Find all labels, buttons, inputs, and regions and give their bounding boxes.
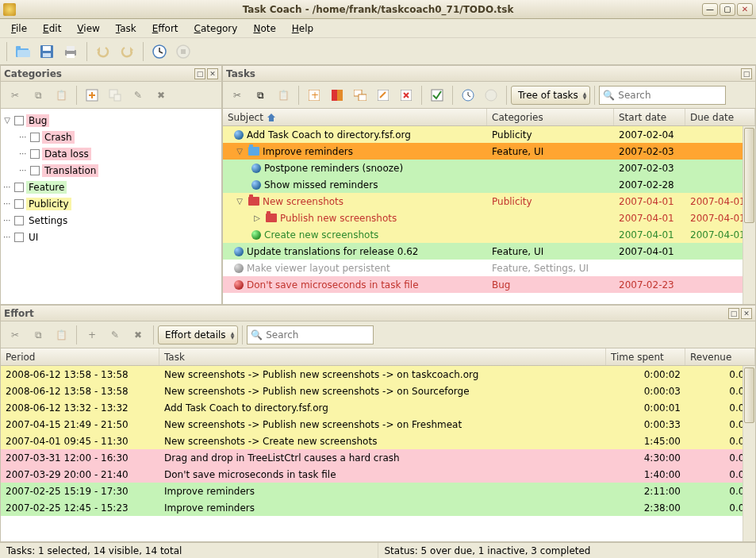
pane-max-icon[interactable]: □	[741, 68, 752, 79]
effort-row[interactable]: 2007-02-25 12:45 - 15:23Improve reminder…	[1, 499, 755, 516]
checkbox[interactable]	[14, 116, 24, 125]
new-subcategory-icon[interactable]	[104, 84, 126, 106]
effort-row[interactable]: 2007-04-01 09:45 - 11:30New screenshots …	[1, 433, 755, 449]
effort-row[interactable]: 2007-02-25 15:19 - 17:30Improve reminder…	[1, 483, 755, 499]
paste-icon[interactable]: 📋	[50, 84, 72, 106]
tasks-table[interactable]: Subject Categories Start date Due date A…	[223, 109, 755, 304]
copy-icon[interactable]: ⧉	[27, 84, 49, 106]
stop-clock-icon[interactable]	[172, 40, 194, 63]
undo-icon[interactable]	[92, 40, 114, 63]
effort-search[interactable]: 🔍	[247, 325, 374, 344]
new-effort-icon[interactable]: +	[81, 324, 103, 346]
delete-task-icon[interactable]	[395, 84, 417, 106]
col-time-spent[interactable]: Time spent	[606, 348, 685, 365]
menu-edit[interactable]: Edit	[36, 21, 67, 36]
effort-search-input[interactable]	[266, 329, 370, 341]
category-item[interactable]: ⋯Feature	[2, 179, 220, 195]
checkbox[interactable]	[14, 216, 24, 225]
category-item[interactable]: ⋯Data loss	[2, 145, 220, 162]
expand-icon[interactable]: ▽	[234, 197, 245, 206]
save-icon[interactable]	[36, 40, 58, 63]
checkbox[interactable]	[30, 133, 40, 142]
task-row[interactable]: Make viewer layout persistentFeature, Se…	[223, 260, 755, 276]
col-start-date[interactable]: Start date	[614, 109, 685, 125]
expand-icon[interactable]: ▽	[234, 147, 245, 156]
maximize-button[interactable]: ▢	[720, 3, 735, 16]
expand-icon[interactable]: ▽	[2, 116, 12, 125]
mark-complete-icon[interactable]	[426, 84, 448, 106]
effort-view-selector[interactable]: Effort details ▲▼	[158, 325, 238, 344]
redo-icon[interactable]	[116, 40, 138, 63]
clock-icon[interactable]	[148, 40, 171, 63]
menu-category[interactable]: Category	[188, 21, 244, 36]
paste-icon[interactable]: 📋	[272, 84, 294, 106]
task-row[interactable]: Don't save microseconds in task fileBug2…	[223, 276, 755, 293]
effort-row[interactable]: 2008-06-12 13:58 - 13:58New screenshots …	[1, 366, 755, 383]
task-row[interactable]: Show missed reminders2007-02-28	[223, 176, 755, 193]
effort-scrollbar[interactable]	[743, 366, 755, 541]
menu-task[interactable]: Task	[109, 21, 143, 36]
effort-row[interactable]: 2007-04-15 21:49 - 21:50New screenshots …	[1, 416, 755, 433]
effort-row[interactable]: 2008-06-12 13:58 - 13:58New screenshots …	[1, 383, 755, 399]
edit-icon[interactable]: ✎	[127, 84, 149, 106]
minimize-button[interactable]: —	[702, 3, 718, 16]
tasks-scrollbar[interactable]	[743, 126, 755, 304]
categories-tree[interactable]: ▽Bug⋯Crash⋯Data loss⋯Translation⋯Feature…	[1, 109, 221, 304]
paste-icon[interactable]: 📋	[50, 324, 72, 346]
copy-icon[interactable]: ⧉	[249, 84, 271, 106]
priority-icon[interactable]	[326, 84, 348, 106]
task-row[interactable]: Add Task Coach to directory.fsf.orgPubli…	[223, 126, 755, 143]
col-due-date[interactable]: Due date	[685, 109, 755, 125]
category-item[interactable]: ⋯Settings	[2, 212, 220, 229]
pane-close-icon[interactable]: ✕	[207, 68, 218, 79]
category-item[interactable]: ⋯UI	[2, 229, 220, 245]
col-revenue[interactable]: Revenue	[685, 348, 755, 365]
new-task-icon[interactable]: +	[303, 84, 325, 106]
edit-effort-icon[interactable]: ✎	[104, 324, 126, 346]
effort-table[interactable]: Period Task Time spent Revenue 2008-06-1…	[1, 348, 755, 541]
category-item[interactable]: ⋯Crash	[2, 129, 220, 145]
task-row[interactable]: Create new screenshots2007-04-012007-04-…	[223, 226, 755, 243]
close-button[interactable]: ✕	[737, 3, 753, 16]
menu-note[interactable]: Note	[247, 21, 282, 36]
stop-effort-icon[interactable]	[480, 84, 502, 106]
effort-row[interactable]: 2007-03-29 20:00 - 21:40Don't save micro…	[1, 466, 755, 483]
menu-file[interactable]: File	[5, 21, 33, 36]
menu-view[interactable]: View	[71, 21, 106, 36]
cut-icon[interactable]: ✂	[4, 324, 26, 346]
delete-effort-icon[interactable]: ✖	[127, 324, 149, 346]
cut-icon[interactable]: ✂	[4, 84, 26, 106]
pane-close-icon[interactable]: ✕	[741, 308, 752, 319]
task-row[interactable]: ▽Improve remindersFeature, UI2007-02-03	[223, 143, 755, 160]
print-icon[interactable]	[59, 40, 82, 63]
category-item[interactable]: ⋯Translation	[2, 162, 220, 179]
delete-icon[interactable]: ✖	[150, 84, 172, 106]
col-task[interactable]: Task	[159, 348, 606, 365]
checkbox[interactable]	[14, 183, 24, 192]
tasks-search[interactable]: 🔍	[599, 86, 726, 105]
pane-max-icon[interactable]: □	[728, 308, 739, 319]
view-selector[interactable]: Tree of tasks ▲▼	[511, 86, 590, 105]
effort-row[interactable]: 2007-03-31 12:00 - 16:30Drag and drop in…	[1, 449, 755, 466]
menu-help[interactable]: Help	[286, 21, 320, 36]
category-item[interactable]: ▽Bug	[2, 112, 220, 129]
new-subtask-icon[interactable]	[349, 84, 371, 106]
menu-effort[interactable]: Effort	[146, 21, 185, 36]
task-row[interactable]: Update translations for release 0.62Feat…	[223, 243, 755, 260]
checkbox[interactable]	[14, 233, 24, 242]
checkbox[interactable]	[30, 149, 40, 159]
col-categories[interactable]: Categories	[487, 109, 614, 125]
task-row[interactable]: ▷Publish new screenshots2007-04-012007-0…	[223, 210, 755, 226]
new-category-icon[interactable]	[81, 84, 103, 106]
task-row[interactable]: Postpone reminders (snooze)2007-02-03	[223, 160, 755, 176]
category-item[interactable]: ⋯Publicity	[2, 195, 220, 212]
expand-icon[interactable]: ▷	[251, 214, 263, 222]
tasks-search-input[interactable]	[618, 90, 722, 101]
col-period[interactable]: Period	[1, 348, 159, 365]
start-effort-icon[interactable]	[457, 84, 479, 106]
cut-icon[interactable]: ✂	[226, 84, 248, 106]
open-icon[interactable]	[12, 40, 34, 63]
copy-icon[interactable]: ⧉	[27, 324, 49, 346]
checkbox[interactable]	[30, 166, 40, 175]
pane-max-icon[interactable]: □	[194, 68, 205, 79]
